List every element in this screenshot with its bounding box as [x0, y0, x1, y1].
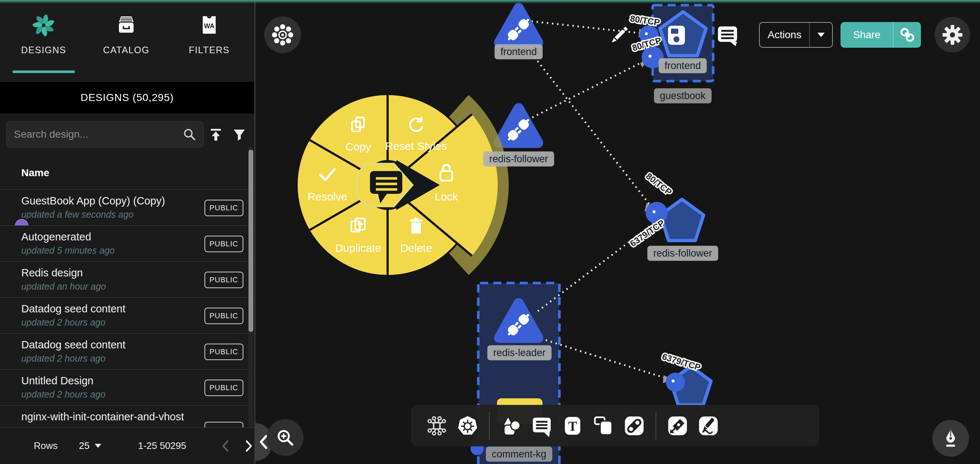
shapes-tool[interactable]: [495, 410, 527, 441]
upload-icon: [208, 127, 224, 143]
actions-dropdown-caret[interactable]: [810, 23, 832, 47]
node-label-redis-follower-service: redis-follower: [484, 151, 554, 167]
visibility-badge: PUBLIC: [204, 379, 243, 396]
actions-button[interactable]: Actions: [759, 22, 833, 48]
canvas-overview-button[interactable]: [264, 16, 301, 53]
save-icon: [668, 26, 685, 45]
redis-follower-service-node[interactable]: [499, 108, 538, 143]
list-column-header: Name: [0, 156, 255, 190]
redis-follower-app-node[interactable]: [660, 199, 704, 241]
shape-toolbar: T: [411, 405, 819, 446]
design-name: Datadog seed content: [21, 339, 126, 351]
design-updated: updated an hour ago: [21, 281, 106, 292]
svg-text:WA: WA: [204, 22, 215, 30]
radial-delete-label: Delete: [401, 242, 433, 254]
edge-link-tool[interactable]: [619, 410, 650, 441]
search-icon: [182, 127, 197, 142]
edge-frontend-guestbook[interactable]: [531, 21, 646, 34]
toolbar-separator: [655, 412, 656, 440]
radial-copy-label: Copy: [345, 140, 371, 153]
zoom-in-icon: [275, 427, 296, 448]
text-tool[interactable]: T: [557, 410, 588, 441]
radial-context-menu: Copy Reset Styles Resolve Lock Duplicate…: [298, 95, 509, 283]
design-updated: updated 2 hours ago: [21, 389, 105, 400]
sidebar-tabs: DESIGNS CATALOG: [0, 0, 255, 81]
visibility-badge: PUBLIC: [204, 272, 243, 288]
design-row[interactable]: Datadog seed content updated 2 hours ago…: [0, 333, 255, 369]
search-input-wrap[interactable]: [6, 121, 204, 148]
panel-divider: [255, 0, 255, 464]
node-label-redis-leader-service: redis-leader: [487, 345, 552, 360]
visibility-badge: PUBLIC: [204, 422, 243, 427]
pagination-footer: Rows 25 1-25 50295: [0, 427, 255, 464]
design-row[interactable]: Autogenerated updated 5 minutes ago PUBL…: [0, 225, 255, 261]
filter-designs-button[interactable]: [229, 124, 250, 145]
edit-pencil-icon[interactable]: [610, 26, 628, 44]
node-label-guestbook-group: guestbook: [654, 88, 712, 104]
design-row[interactable]: Untitled Design updated 2 hours ago PUBL…: [0, 369, 255, 405]
copy-link-icon[interactable]: [893, 22, 921, 48]
text-tool-icon: T: [561, 415, 584, 437]
tab-designs[interactable]: DESIGNS: [7, 11, 80, 70]
pagination-range: 1-25 50295: [138, 440, 186, 451]
design-name: nginx-with-init-container-and-vhost: [21, 411, 184, 423]
chevron-down-icon: [95, 444, 101, 448]
frontend-service-node[interactable]: [499, 8, 538, 43]
design-row[interactable]: Datadog seed content updated 2 hours ago…: [0, 297, 255, 333]
components-tool[interactable]: [422, 410, 452, 441]
catalog-icon: [115, 11, 138, 40]
radial-duplicate-label: Duplicate: [335, 242, 381, 254]
tab-catalog[interactable]: CATALOG: [89, 11, 163, 70]
next-page-button[interactable]: [245, 440, 253, 452]
design-row[interactable]: GuestBook App (Copy) (Copy) updated a fe…: [0, 190, 255, 225]
visibility-badge: PUBLIC: [204, 236, 243, 252]
previous-page-button[interactable]: [221, 440, 229, 452]
node-label-guestbook-app: frontend: [659, 58, 706, 73]
freehand-draw-tool[interactable]: [693, 410, 724, 441]
design-row[interactable]: nginx-with-init-container-and-vhost PUBL…: [0, 405, 255, 427]
app-window: Copy Reset Styles Resolve Lock Duplicate…: [0, 0, 980, 464]
node-label-redis-follower-app: redis-follower: [648, 246, 718, 261]
toolbar-separator: [489, 412, 490, 440]
node-shape-tool[interactable]: [588, 410, 619, 441]
designs-list: GuestBook App (Copy) (Copy) updated a fe…: [0, 190, 255, 427]
tab-catalog-label: CATALOG: [103, 45, 150, 56]
radial-resolve-label: Resolve: [307, 191, 347, 203]
components-icon: [426, 415, 448, 437]
cluster-dots-icon: [272, 24, 294, 46]
search-input[interactable]: [13, 128, 182, 140]
kubernetes-icon: [456, 415, 479, 437]
settings-button[interactable]: [934, 17, 970, 53]
link-icon: [623, 415, 646, 437]
edge-frontend-redisfollower[interactable]: [525, 45, 653, 209]
kubernetes-tool[interactable]: [452, 410, 483, 441]
tab-filters[interactable]: WA FILTERS: [172, 11, 246, 70]
pen-mode-button[interactable]: [932, 420, 969, 457]
shapes-icon: [500, 415, 522, 437]
zoom-button[interactable]: [267, 419, 304, 456]
comments-indicator-icon[interactable]: [716, 24, 738, 48]
design-name: GuestBook App (Copy) (Copy): [21, 195, 165, 207]
rows-label: Rows: [34, 440, 57, 451]
gear-icon: [942, 24, 963, 46]
design-name: Untitled Design: [21, 375, 94, 387]
node-label-comment: comment-kg: [486, 447, 552, 462]
sidebar-scrollbar-thumb[interactable]: [248, 150, 253, 332]
design-updated: updated 5 minutes ago: [21, 245, 115, 256]
import-design-button[interactable]: [205, 124, 226, 145]
draw-edge-tool[interactable]: [662, 410, 693, 441]
share-button[interactable]: Share: [840, 22, 921, 48]
comment-tool[interactable]: [527, 410, 557, 441]
design-updated: updated 2 hours ago: [21, 317, 105, 328]
design-updated: updated a few seconds ago: [21, 209, 134, 220]
share-label: Share: [840, 22, 893, 48]
visibility-badge: PUBLIC: [204, 200, 243, 216]
edge-label: 6379/TCP: [628, 218, 666, 249]
edge-redisfollower-guestbook[interactable]: [532, 61, 644, 118]
visibility-badge: PUBLIC: [204, 344, 243, 360]
column-name-label: Name: [21, 167, 49, 179]
actions-label: Actions: [760, 23, 810, 47]
rows-per-page-select[interactable]: 25: [79, 440, 101, 451]
tab-filters-label: FILTERS: [189, 45, 229, 56]
design-row[interactable]: Redis design updated an hour ago PUBLIC: [0, 261, 255, 297]
